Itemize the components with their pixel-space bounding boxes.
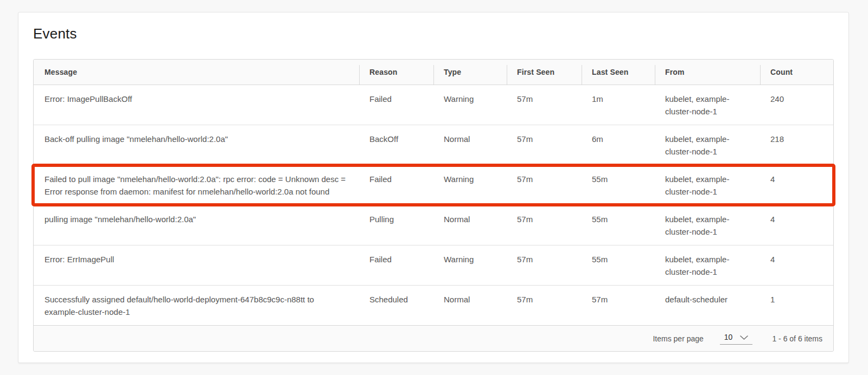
cell-first-seen: 57m <box>507 85 582 125</box>
cell-first-seen: 57m <box>507 125 582 165</box>
cell-last-seen: 1m <box>582 85 655 125</box>
cell-count: 4 <box>760 165 833 205</box>
header-cell-count: Count <box>760 60 833 85</box>
cell-message: Error: ErrImagePull <box>34 245 359 285</box>
cell-type: Normal <box>433 286 507 325</box>
cell-last-seen: 6m <box>582 125 655 165</box>
cell-count: 240 <box>760 85 833 125</box>
header-cell-message: Message <box>34 60 359 85</box>
cell-first-seen: 57m <box>507 245 582 285</box>
cell-from: kubelet, example-cluster-node-1 <box>655 205 760 245</box>
events-card: Events Message Reason Type First Seen La… <box>18 12 849 363</box>
cell-count: 218 <box>760 125 833 165</box>
cell-last-seen: 55m <box>582 205 655 245</box>
cell-message: pulling image "nmelehan/hello-world:2.0a… <box>34 205 359 245</box>
table-row: Error: ImagePullBackOff Failed Warning 5… <box>34 85 833 125</box>
cell-reason: Failed <box>359 85 433 125</box>
cell-type: Warning <box>433 165 507 205</box>
cell-from: kubelet, example-cluster-node-1 <box>655 125 760 165</box>
cell-last-seen: 55m <box>582 245 655 285</box>
cell-reason: Failed <box>359 165 433 205</box>
header-cell-last-seen: Last Seen <box>582 60 655 85</box>
cell-from: kubelet, example-cluster-node-1 <box>655 165 760 205</box>
table-header: Message Reason Type First Seen Last Seen… <box>34 60 833 85</box>
cell-from: kubelet, example-cluster-node-1 <box>655 245 760 285</box>
cell-message: Successfully assigned default/hello-worl… <box>34 286 359 325</box>
header-cell-reason: Reason <box>359 60 433 85</box>
cell-type: Normal <box>433 125 507 165</box>
cell-last-seen: 57m <box>582 286 655 325</box>
header-cell-from: From <box>655 60 760 85</box>
cell-first-seen: 57m <box>507 286 582 325</box>
cell-type: Warning <box>433 85 507 125</box>
cell-message: Failed to pull image "nmelehan/hello-wor… <box>34 165 359 205</box>
table-row-highlighted: Failed to pull image "nmelehan/hello-wor… <box>34 165 833 205</box>
table-row: pulling image "nmelehan/hello-world:2.0a… <box>34 205 833 245</box>
header-cell-first-seen: First Seen <box>507 60 582 85</box>
page-title: Events <box>33 25 834 42</box>
chevron-down-icon <box>740 335 748 340</box>
events-table: Message Reason Type First Seen Last Seen… <box>33 59 834 352</box>
cell-reason: Scheduled <box>359 286 433 325</box>
items-per-page-value: 10 <box>724 333 733 341</box>
cell-last-seen: 55m <box>582 165 655 205</box>
cell-type: Warning <box>433 245 507 285</box>
items-per-page-select[interactable]: 10 <box>720 333 753 345</box>
table-footer: Items per page 10 1 - 6 of 6 items <box>34 325 833 351</box>
cell-message: Error: ImagePullBackOff <box>34 85 359 125</box>
table-row: Error: ErrImagePull Failed Warning 57m 5… <box>34 245 833 285</box>
table-row: Back-off pulling image "nmelehan/hello-w… <box>34 125 833 165</box>
cell-from: kubelet, example-cluster-node-1 <box>655 85 760 125</box>
cell-count: 1 <box>760 286 833 325</box>
table-row: Successfully assigned default/hello-worl… <box>34 285 833 325</box>
cell-first-seen: 57m <box>507 165 582 205</box>
cell-count: 4 <box>760 245 833 285</box>
cell-reason: Failed <box>359 245 433 285</box>
cell-first-seen: 57m <box>507 205 582 245</box>
items-per-page-label: Items per page <box>653 334 703 343</box>
cell-from: default-scheduler <box>655 286 760 325</box>
header-cell-type: Type <box>433 60 507 85</box>
cell-reason: BackOff <box>359 125 433 165</box>
cell-count: 4 <box>760 205 833 245</box>
cell-message: Back-off pulling image "nmelehan/hello-w… <box>34 125 359 165</box>
pagination-info: 1 - 6 of 6 items <box>772 334 822 343</box>
cell-type: Normal <box>433 205 507 245</box>
cell-reason: Pulling <box>359 205 433 245</box>
